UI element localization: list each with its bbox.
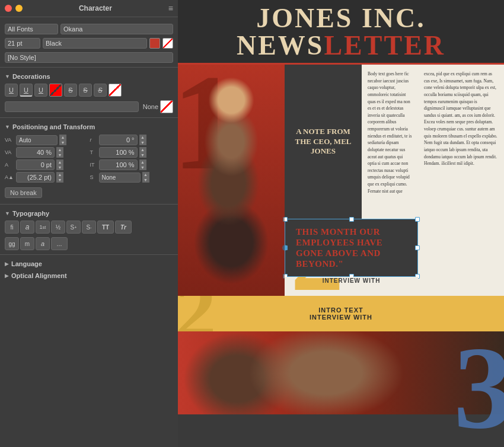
pos-va-stepper[interactable]: ▲ ▼ — [59, 135, 66, 145]
nl-yellow-2: 2 — [178, 296, 216, 331]
font-family-select[interactable]: Okana — [60, 24, 173, 34]
character-panel: Character ≡ All Fonts Okana 21 pt Black — [0, 0, 178, 447]
pos-scaleh-stepper[interactable]: ▲ ▼ — [139, 147, 146, 158]
nl-right-col: excea, pid que ex expliqui cum rem as cu… — [418, 65, 504, 296]
typography-arrow: ▼ — [5, 210, 10, 216]
pos-scaleh-label: T — [90, 149, 97, 155]
font-style-select[interactable]: [No Style] — [5, 52, 173, 63]
stepper-down-bl[interactable]: ▼ — [56, 152, 63, 158]
typo-tt-btn[interactable]: TT — [97, 221, 114, 234]
nl-photo — [178, 65, 285, 296]
stepper-up-sh[interactable]: ▲ — [139, 147, 146, 152]
pos-baseline-stepper[interactable]: ▲ ▼ — [56, 147, 63, 158]
pos-kern-input[interactable] — [16, 159, 55, 170]
deco-swatch-3[interactable] — [160, 100, 173, 113]
pos-rot-label: r — [90, 137, 97, 143]
pos-skew-label: S — [90, 174, 97, 180]
positioning-section-header[interactable]: ▼ Positioning and Transform — [0, 120, 178, 132]
panel-close-button[interactable] — [5, 5, 12, 12]
strikethrough3-btn[interactable]: S — [94, 84, 107, 97]
typo-s-sub-btn[interactable]: S- — [82, 221, 96, 234]
font-weight-select[interactable]: Black — [43, 38, 147, 49]
sel-handle-tm — [349, 217, 354, 222]
newsletter-title-part2: LETTER — [324, 30, 445, 60]
language-section-header[interactable]: ▶ Language — [0, 257, 178, 269]
stepper-down[interactable]: ▼ — [59, 140, 66, 145]
color-swatch-slash[interactable] — [162, 38, 173, 49]
pos-item-scale-h: T ▲ ▼ — [90, 147, 174, 158]
color-swatch[interactable] — [149, 38, 160, 49]
pos-va-select[interactable]: Auto — [16, 135, 58, 145]
pos-rotation-input[interactable] — [99, 135, 138, 145]
stepper-up-k[interactable]: ▲ — [56, 159, 63, 165]
nl-bottom-text: INTRO TEXT INTERVIEW WITH — [323, 277, 381, 284]
typo-a-btn[interactable]: a — [20, 221, 34, 234]
typo-fi-btn[interactable]: fi — [5, 221, 19, 234]
stepper-up-sk[interactable]: ▲ — [142, 172, 149, 177]
nl-quote-box[interactable]: THIS MONTH OUR EMPLOYEES HAVE GONE ABOVE… — [285, 219, 418, 277]
nl-yellow-center: INTRO TEXT INTERVIEW WITH — [310, 306, 372, 321]
stepper-down-sv[interactable]: ▼ — [139, 165, 146, 170]
pos-skew-select[interactable]: None — [99, 173, 141, 183]
strikethrough2-btn[interactable]: S — [79, 84, 92, 97]
typo-m-btn[interactable]: m — [20, 237, 34, 250]
pos-scalev-stepper[interactable]: ▲ ▼ — [139, 159, 146, 170]
deco-color-bar[interactable] — [5, 101, 139, 112]
sel-handle-tr — [415, 217, 420, 222]
font-size-select[interactable]: 21 pt — [5, 38, 40, 49]
pos-scaleh-input[interactable] — [99, 147, 138, 158]
stepper-down-t[interactable]: ▼ — [56, 177, 63, 183]
stepper-up-t[interactable]: ▲ — [56, 172, 63, 177]
pos-track-input[interactable] — [16, 172, 55, 183]
underline3-btn[interactable]: U — [34, 84, 47, 97]
typo-1st-btn[interactable]: 1st — [36, 221, 50, 234]
optical-section-header[interactable]: ▶ Optical Alignment — [0, 269, 178, 281]
deco-swatch-2[interactable] — [109, 84, 122, 97]
pos-skew-stepper[interactable]: ▲ ▼ — [142, 172, 149, 183]
stepper-down-sh[interactable]: ▼ — [139, 152, 146, 158]
panel-menu-icon[interactable]: ≡ — [168, 4, 173, 13]
pos-track-stepper[interactable]: ▲ ▼ — [56, 172, 63, 183]
panel-body: All Fonts Okana 21 pt Black [No Style] — [0, 17, 178, 447]
typo-s-sup-btn[interactable]: S+ — [66, 221, 81, 234]
canvas-area[interactable]: JONES INC. NEWSLETTER 1 A NOTE FROM THE … — [178, 0, 504, 447]
pos-scalev-input[interactable] — [99, 159, 138, 170]
underline-btn[interactable]: U — [5, 84, 18, 97]
pos-kern-stepper[interactable]: ▲ ▼ — [56, 159, 63, 170]
typo-more-btn[interactable]: ... — [51, 237, 68, 250]
nl-body-col: Body text goes here fic necabor iaecust … — [362, 65, 418, 219]
font-type-row: All Fonts Okana — [0, 22, 178, 36]
typo-tr-btn[interactable]: Tr — [115, 221, 132, 234]
stepper-up-bl[interactable]: ▲ — [56, 147, 63, 152]
stepper-up-rot[interactable]: ▲ — [139, 135, 146, 140]
underline2-btn[interactable]: U — [20, 84, 33, 97]
typo-a2-btn[interactable]: a — [36, 237, 50, 250]
stepper-up-sv[interactable]: ▲ — [139, 159, 146, 165]
typography-section-header[interactable]: ▼ Typography — [0, 207, 178, 219]
pos-kern-label: A — [5, 162, 14, 168]
pos-baseline-input[interactable] — [16, 147, 55, 158]
typography-buttons-2: gg m a ... — [0, 235, 178, 252]
stepper-up[interactable]: ▲ — [59, 135, 66, 140]
pos-item-va: VA Auto ▲ ▼ — [5, 135, 88, 145]
stepper-down-sk[interactable]: ▼ — [142, 177, 149, 183]
pos-item-baseline: VA ▲ ▼ — [5, 147, 88, 158]
nl-yellow-interview: INTERVIEW WITH — [310, 314, 372, 321]
no-break-button[interactable]: No break — [5, 187, 42, 198]
optical-label: Optical Alignment — [11, 272, 67, 279]
typo-half-btn[interactable]: ½ — [51, 221, 65, 234]
deco-swatch-1[interactable] — [49, 84, 62, 97]
decorations-section-header[interactable]: ▼ Decorations — [0, 70, 178, 82]
font-type-select[interactable]: All Fonts — [5, 24, 58, 34]
positioning-grid: VA Auto ▲ ▼ r ▲ ▼ VA — [0, 132, 178, 185]
newsletter-main: 1 A NOTE FROM THE CEO, MEL JONES Body te… — [178, 65, 504, 296]
stepper-down-rot[interactable]: ▼ — [139, 140, 146, 145]
strikethrough-btn[interactable]: S — [64, 84, 77, 97]
deco-none-row: None — [0, 98, 178, 115]
panel-minimize-button[interactable] — [15, 5, 23, 12]
typo-gg-btn[interactable]: gg — [5, 237, 19, 250]
optical-arrow: ▶ — [5, 273, 9, 279]
pos-rot-stepper[interactable]: ▲ ▼ — [139, 135, 146, 145]
nl-left-col: 1 — [178, 65, 285, 296]
stepper-down-k[interactable]: ▼ — [56, 165, 63, 170]
